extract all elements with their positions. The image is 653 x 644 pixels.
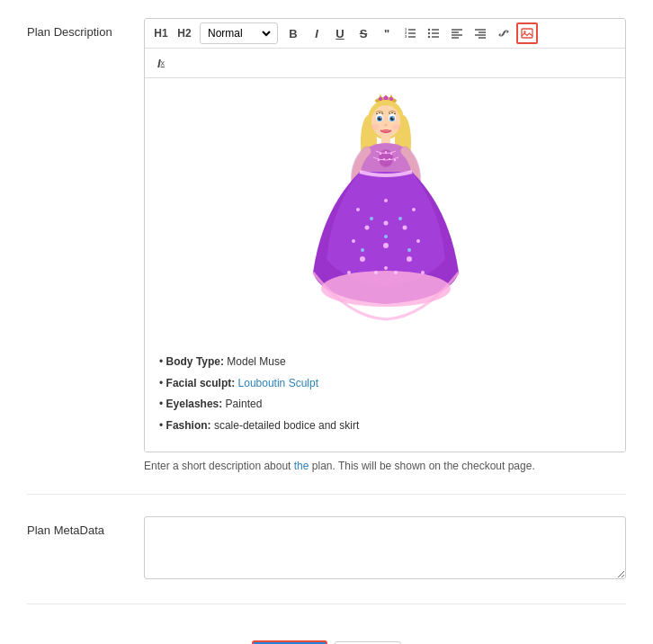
facial-sculpt-link[interactable]: Louboutin Sculpt <box>238 377 318 389</box>
toolbar-row2: Ix <box>145 49 625 78</box>
list-item: Fashion: scale-detailed bodice and skirt <box>159 416 611 436</box>
svg-rect-20 <box>522 29 532 38</box>
svg-point-75 <box>407 248 411 252</box>
hint-link: the <box>294 460 309 472</box>
svg-point-38 <box>380 117 380 118</box>
bold-button[interactable]: B <box>282 22 304 44</box>
svg-point-72 <box>370 217 373 220</box>
description-list: Body Type: Model Muse Facial sculpt: Lou… <box>159 353 611 435</box>
svg-point-74 <box>361 248 364 252</box>
svg-point-49 <box>383 158 385 160</box>
svg-point-65 <box>407 256 412 262</box>
svg-point-62 <box>412 208 416 211</box>
svg-point-70 <box>383 243 389 248</box>
svg-point-63 <box>403 226 407 230</box>
svg-text:3: 3 <box>405 34 407 39</box>
rich-text-editor: H1 H2 Normal Heading 1 Heading 2 Heading… <box>144 18 626 452</box>
svg-point-51 <box>394 159 396 161</box>
barbie-illustration <box>295 93 475 335</box>
barbie-image-container <box>159 93 611 338</box>
metadata-textarea[interactable] <box>144 516 626 579</box>
svg-point-71 <box>384 266 388 270</box>
svg-point-9 <box>428 29 430 31</box>
align-right-icon <box>474 27 487 40</box>
svg-point-42 <box>392 124 401 130</box>
link-button[interactable] <box>493 22 514 44</box>
svg-point-67 <box>421 271 425 274</box>
plan-description-row: Plan Description H1 H2 Normal Heading 1 … <box>27 18 626 495</box>
align-right-button[interactable] <box>470 22 491 44</box>
image-icon <box>521 27 533 40</box>
list-item: Body Type: Model Muse <box>159 353 611 372</box>
submit-button[interactable]: Submit <box>252 640 327 644</box>
toolbar-row1: H1 H2 Normal Heading 1 Heading 2 Heading… <box>145 19 625 49</box>
list-item: Eyelashes: Painted <box>159 395 611 415</box>
svg-point-59 <box>360 256 365 262</box>
svg-point-41 <box>371 124 380 130</box>
editor-content-area[interactable]: Body Type: Model Muse Facial sculpt: Lou… <box>145 78 625 452</box>
underline-button[interactable]: U <box>329 22 351 44</box>
plan-metadata-field <box>144 516 626 582</box>
svg-point-56 <box>356 208 360 211</box>
svg-point-76 <box>384 235 388 238</box>
align-left-icon <box>451 27 463 40</box>
form-actions: Submit Cancel <box>27 626 626 644</box>
clear-format-button[interactable]: Ix <box>150 52 172 74</box>
svg-point-58 <box>352 239 355 243</box>
italic-button[interactable]: I <box>306 22 327 44</box>
svg-point-64 <box>416 239 420 243</box>
svg-point-21 <box>523 31 525 32</box>
svg-point-10 <box>428 32 430 34</box>
svg-point-48 <box>378 159 380 161</box>
svg-point-60 <box>374 271 378 274</box>
svg-point-68 <box>384 199 388 202</box>
svg-point-39 <box>392 117 393 118</box>
svg-point-45 <box>380 153 381 155</box>
ol-icon: 1 2 3 <box>404 27 416 40</box>
svg-point-11 <box>428 36 430 38</box>
image-button[interactable] <box>516 22 538 44</box>
unordered-list-button[interactable] <box>423 22 444 44</box>
ul-icon <box>427 27 440 40</box>
form-container: Plan Description H1 H2 Normal Heading 1 … <box>0 0 653 644</box>
svg-point-24 <box>379 97 382 101</box>
svg-point-50 <box>389 158 390 160</box>
list-item: Facial sculpt: Louboutin Sculpt <box>159 374 611 394</box>
svg-point-66 <box>394 271 398 274</box>
plan-metadata-label: Plan MetaData <box>27 516 144 537</box>
ordered-list-button[interactable]: 1 2 3 <box>399 22 421 44</box>
svg-point-57 <box>365 226 370 230</box>
h1-button[interactable]: H1 <box>150 22 172 44</box>
svg-point-40 <box>384 124 388 127</box>
hint-text: Enter a short description about the plan… <box>144 460 626 472</box>
svg-point-47 <box>390 153 392 155</box>
svg-point-25 <box>384 96 389 101</box>
format-select[interactable]: Normal Heading 1 Heading 2 Heading 3 <box>204 26 273 40</box>
format-select-wrapper: Normal Heading 1 Heading 2 Heading 3 <box>200 22 278 44</box>
svg-point-46 <box>385 151 387 153</box>
h2-button[interactable]: H2 <box>174 22 195 44</box>
svg-point-69 <box>384 221 389 226</box>
svg-point-73 <box>398 217 402 220</box>
link-icon <box>497 27 510 40</box>
svg-point-61 <box>347 271 351 274</box>
blockquote-button[interactable]: " <box>376 22 398 44</box>
plan-metadata-row: Plan MetaData <box>27 516 626 604</box>
plan-description-label: Plan Description <box>27 18 144 39</box>
plan-description-field: H1 H2 Normal Heading 1 Heading 2 Heading… <box>144 18 626 472</box>
align-left-button[interactable] <box>446 22 468 44</box>
strikethrough-button[interactable]: S <box>353 22 374 44</box>
svg-point-26 <box>389 97 393 101</box>
